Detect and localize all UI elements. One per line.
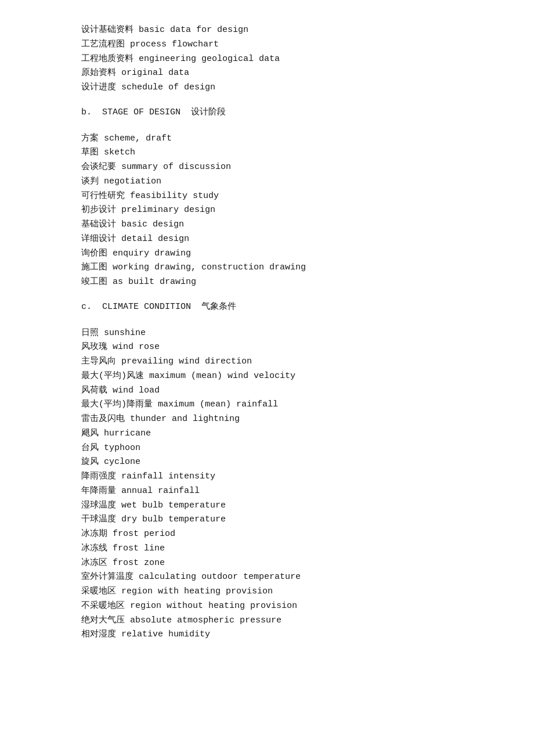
line-windrose: 风玫瑰 wind rose <box>81 340 453 355</box>
section-stage-of-design: b. STAGE OF DESIGN 设计阶段 方案 scheme, draft… <box>81 106 453 290</box>
line-feasibility: 可行性研究 feasibility study <box>81 189 453 204</box>
section-header-stage: b. STAGE OF DESIGN 设计阶段 <box>81 106 453 120</box>
line-dry-bulb: 干球温度 dry bulb temperature <box>81 513 453 527</box>
line-summary: 会谈纪要 summary of discussion <box>81 160 453 175</box>
line-rainfall-max: 最大(平均)降雨量 maximum (mean) rainfall <box>81 398 453 412</box>
line-thunder: 雷击及闪电 thunder and lightning <box>81 412 453 427</box>
line-working: 施工图 working drawing, construction drawin… <box>81 261 453 275</box>
line-outdoor-temp: 室外计算温度 calculating outdoor temperature <box>81 570 453 585</box>
line-basic-design: 基础设计 basic design <box>81 218 453 232</box>
line-3: 工程地质资料 engineering geological data <box>81 52 453 67</box>
line-preliminary: 初步设计 preliminary design <box>81 203 453 218</box>
line-scheme: 方案 scheme, draft <box>81 132 453 146</box>
line-wet-bulb: 湿球温度 wet bulb temperature <box>81 499 453 513</box>
line-hurricane: 飓风 hurricane <box>81 427 453 441</box>
line-atm-pressure: 绝对大气压 absolute atmospheric pressure <box>81 614 453 628</box>
line-humidity: 相对湿度 relative humidity <box>81 628 453 642</box>
line-frost-period: 冰冻期 frost period <box>81 527 453 542</box>
line-cyclone: 旋风 cyclone <box>81 455 453 470</box>
line-asbuilt: 竣工图 as built drawing <box>81 275 453 290</box>
line-frost-line: 冰冻线 frost line <box>81 542 453 556</box>
line-annual-rainfall: 年降雨量 annual rainfall <box>81 484 453 499</box>
line-wind-velocity: 最大(平均)风速 maximum (mean) wind velocity <box>81 369 453 384</box>
section-climate-condition: c. CLIMATE CONDITION 气象条件 日照 sunshine 风玫… <box>81 300 453 642</box>
line-sunshine: 日照 sunshine <box>81 326 453 341</box>
line-4: 原始资料 original data <box>81 66 453 81</box>
line-sketch: 草图 sketch <box>81 146 453 160</box>
line-detail: 详细设计 detail design <box>81 232 453 247</box>
section-basic-data: 设计基础资料 basic data for design 工艺流程图 proce… <box>81 23 453 95</box>
line-heating-region: 采暖地区 region with heating provision <box>81 585 453 599</box>
line-no-heating-region: 不采暖地区 region without heating provision <box>81 599 453 614</box>
line-5: 设计进度 schedule of design <box>81 81 453 95</box>
line-typhoon: 台风 typhoon <box>81 441 453 456</box>
line-rainfall-intensity: 降雨强度 rainfall intensity <box>81 470 453 484</box>
line-2: 工艺流程图 process flowchart <box>81 38 453 52</box>
section-header-climate: c. CLIMATE CONDITION 气象条件 <box>81 300 453 315</box>
line-negotiation: 谈判 negotiation <box>81 175 453 189</box>
line-prevailing-wind: 主导风向 prevailing wind direction <box>81 355 453 369</box>
page-content: 设计基础资料 basic data for design 工艺流程图 proce… <box>81 23 453 642</box>
line-frost-zone: 冰冻区 frost zone <box>81 556 453 571</box>
line-enquiry: 询价图 enquiry drawing <box>81 247 453 261</box>
line-wind-load: 风荷载 wind load <box>81 384 453 398</box>
line-1: 设计基础资料 basic data for design <box>81 23 453 38</box>
